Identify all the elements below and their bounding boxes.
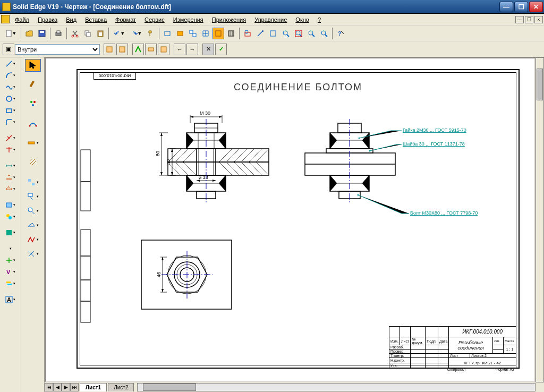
dim-tool-b[interactable] (3, 144, 18, 155)
sketch-tool[interactable] (25, 78, 41, 91)
arc-tool[interactable] (3, 70, 18, 81)
tool-x1[interactable] (3, 255, 18, 266)
smart-dim-tool[interactable] (3, 160, 18, 171)
menu-file[interactable]: Файл (11, 15, 33, 24)
spacer (3, 243, 18, 254)
centerline-tool[interactable] (25, 248, 41, 260)
tab-nav-last[interactable]: ⏭ (70, 383, 79, 391)
select-tool[interactable] (25, 59, 41, 72)
curve-tool[interactable] (3, 82, 18, 92)
surface-tool[interactable] (25, 219, 41, 232)
nav-right-button[interactable]: → (186, 44, 198, 55)
ribbon-btn-4[interactable] (145, 44, 157, 55)
zoom-fit-button[interactable] (293, 28, 304, 39)
filter-icon[interactable]: ▣ (3, 44, 14, 55)
save-button[interactable] (36, 28, 48, 39)
menu-format[interactable]: Формат (111, 15, 140, 24)
menu-edit[interactable]: Правка (33, 15, 62, 24)
new-button[interactable]: ▾ (3, 28, 19, 39)
copy-button[interactable] (82, 28, 94, 39)
intellisketch-tool[interactable] (25, 97, 41, 110)
ellipse-button[interactable] (174, 28, 186, 39)
tool-x2[interactable]: V (3, 267, 18, 277)
print-button[interactable] (53, 28, 64, 39)
svg-text:40: 40 (166, 159, 171, 165)
sheet-tab-1[interactable]: Лист1 (80, 383, 107, 391)
svg-rect-29 (161, 47, 166, 52)
paste-button[interactable] (95, 28, 106, 39)
tab-nav-next[interactable]: ▶ (62, 383, 70, 391)
menu-view[interactable]: Вид (62, 15, 81, 24)
dim-group-tool[interactable] (25, 176, 41, 189)
weld-tool[interactable] (25, 233, 41, 246)
pan-button[interactable] (318, 28, 330, 39)
svg-rect-26 (107, 47, 112, 52)
line-tool[interactable] (3, 58, 18, 69)
menu-measure[interactable]: Измерения (169, 15, 208, 24)
fill-tool[interactable] (3, 227, 18, 238)
undo-button[interactable]: ▾ (111, 28, 127, 39)
hscroll-thumb[interactable] (143, 384, 196, 391)
hatch-tool[interactable] (25, 156, 41, 168)
callout-tool[interactable] (25, 190, 41, 203)
minimize-button[interactable]: — (499, 2, 513, 12)
zoom-tool-button[interactable] (305, 28, 317, 39)
refresh-button[interactable] (267, 28, 279, 39)
layers-tool[interactable] (3, 278, 18, 289)
ribbon-btn-3[interactable] (132, 44, 144, 55)
vscroll-thumb[interactable] (537, 69, 543, 100)
window-titlebar: Solid Edge V19 - Чертеж - [Соединение бо… (0, 0, 544, 14)
drawing-sheet: ИКГ.004.010.000 СОЕДИНЕНИЕ БОЛТОМ M 30 (72, 65, 524, 373)
cut-button[interactable] (69, 28, 81, 39)
menu-apps[interactable]: Приложения (208, 15, 250, 24)
connect-tool[interactable] (25, 137, 41, 149)
distance-dim-tool[interactable] (3, 172, 18, 183)
rotate-view-button[interactable] (254, 28, 266, 39)
close-button[interactable]: ✕ (529, 2, 543, 12)
angle-dim-tool[interactable]: A (3, 184, 18, 194)
nav-left-button[interactable]: ← (174, 44, 185, 55)
sheet-tab-2[interactable]: Лист2 (108, 383, 134, 391)
fillet-tool[interactable] (3, 117, 18, 127)
grid-button[interactable] (200, 28, 211, 39)
accept-icon[interactable]: ✓ (215, 44, 227, 55)
redo-button[interactable]: ▾ (128, 28, 144, 39)
maximize-button[interactable]: ❐ (514, 2, 528, 12)
drawing-canvas[interactable]: ИКГ.004.010.000 СОЕДИНЕНИЕ БОЛТОМ M 30 (45, 57, 536, 382)
poly-button[interactable] (225, 28, 237, 39)
mdi-close-button[interactable]: × (534, 16, 543, 23)
ribbon-btn-1[interactable] (104, 44, 115, 55)
format-painter-button[interactable] (145, 28, 157, 39)
open-button[interactable] (23, 28, 35, 39)
menu-insert[interactable]: Вставка (81, 15, 111, 24)
menu-manage[interactable]: Управление (250, 15, 291, 24)
menu-service[interactable]: Сервис (140, 15, 169, 24)
tab-nav-prev[interactable]: ◀ (53, 383, 62, 391)
zoom-area-button[interactable] (280, 28, 292, 39)
ribbon-btn-2[interactable] (116, 44, 128, 55)
drawing-view-tool[interactable] (3, 200, 18, 210)
cancel-icon[interactable]: ✕ (202, 44, 214, 55)
vertical-scrollbar[interactable] (536, 57, 544, 382)
dim-tool-a[interactable] (3, 133, 18, 143)
svg-point-24 (321, 31, 326, 35)
balloon-tool[interactable] (25, 204, 41, 217)
relation-tool[interactable] (25, 117, 41, 130)
help-button[interactable]: ? (335, 28, 346, 39)
rectangle-tool[interactable] (3, 105, 18, 116)
zoom-window-button[interactable] (242, 28, 253, 39)
circle-tool[interactable] (3, 93, 18, 104)
horizontal-scrollbar[interactable] (137, 383, 536, 391)
menu-window[interactable]: Окно (291, 15, 313, 24)
window-tool-button[interactable] (187, 28, 199, 39)
rect-button[interactable] (162, 28, 173, 39)
selection-filter-combo[interactable]: Внутри (15, 44, 100, 55)
snap-button[interactable] (212, 28, 224, 39)
text-tool[interactable]: A (3, 294, 18, 305)
mdi-minimize-button[interactable]: — (515, 16, 524, 23)
mdi-restore-button[interactable]: ❐ (525, 16, 533, 23)
menu-help[interactable]: ? (313, 15, 325, 24)
ribbon-btn-5[interactable] (158, 44, 169, 55)
tab-nav-first[interactable]: ⏮ (45, 383, 53, 391)
dim-edit-tool[interactable] (3, 211, 18, 222)
